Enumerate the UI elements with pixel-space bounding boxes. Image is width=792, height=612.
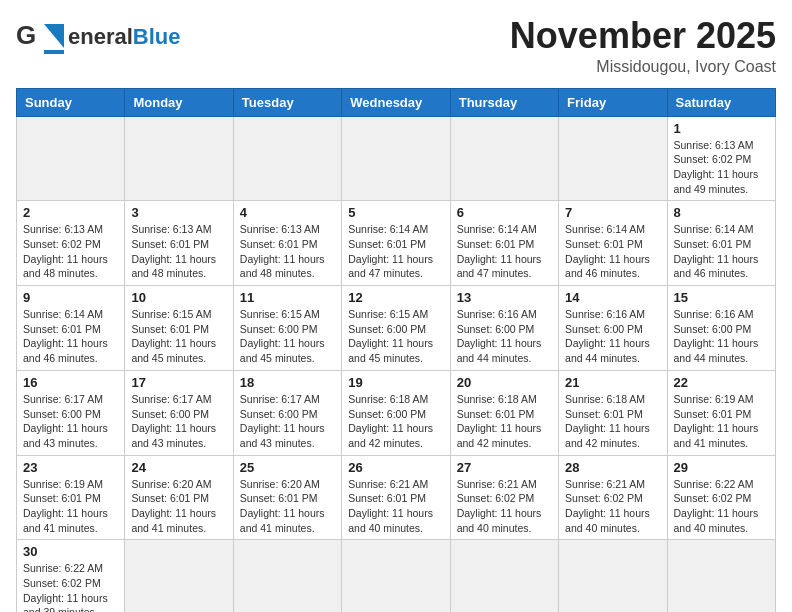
svg-text:G: G xyxy=(16,20,36,50)
calendar-cell: 20Sunrise: 6:18 AM Sunset: 6:01 PM Dayli… xyxy=(450,370,558,455)
day-info: Sunrise: 6:17 AM Sunset: 6:00 PM Dayligh… xyxy=(131,392,226,451)
day-number: 1 xyxy=(674,121,769,136)
day-info: Sunrise: 6:14 AM Sunset: 6:01 PM Dayligh… xyxy=(565,222,660,281)
calendar-cell xyxy=(450,116,558,201)
title-section: November 2025 Missidougou, Ivory Coast xyxy=(510,16,776,76)
calendar-cell: 28Sunrise: 6:21 AM Sunset: 6:02 PM Dayli… xyxy=(559,455,667,540)
day-number: 8 xyxy=(674,205,769,220)
calendar-cell: 26Sunrise: 6:21 AM Sunset: 6:01 PM Dayli… xyxy=(342,455,450,540)
calendar-cell: 16Sunrise: 6:17 AM Sunset: 6:00 PM Dayli… xyxy=(17,370,125,455)
day-number: 15 xyxy=(674,290,769,305)
day-info: Sunrise: 6:14 AM Sunset: 6:01 PM Dayligh… xyxy=(457,222,552,281)
calendar-header-row: SundayMondayTuesdayWednesdayThursdayFrid… xyxy=(17,88,776,116)
calendar-cell: 1Sunrise: 6:13 AM Sunset: 6:02 PM Daylig… xyxy=(667,116,775,201)
logo-icon: G xyxy=(16,16,64,58)
header: G eneralBlue November 2025 Missidougou, … xyxy=(16,16,776,76)
calendar-week-row: 9Sunrise: 6:14 AM Sunset: 6:01 PM Daylig… xyxy=(17,286,776,371)
calendar-cell: 22Sunrise: 6:19 AM Sunset: 6:01 PM Dayli… xyxy=(667,370,775,455)
calendar-week-row: 2Sunrise: 6:13 AM Sunset: 6:02 PM Daylig… xyxy=(17,201,776,286)
svg-marker-1 xyxy=(44,24,64,48)
calendar-cell: 29Sunrise: 6:22 AM Sunset: 6:02 PM Dayli… xyxy=(667,455,775,540)
day-number: 27 xyxy=(457,460,552,475)
day-info: Sunrise: 6:22 AM Sunset: 6:02 PM Dayligh… xyxy=(23,561,118,612)
day-info: Sunrise: 6:20 AM Sunset: 6:01 PM Dayligh… xyxy=(131,477,226,536)
day-info: Sunrise: 6:13 AM Sunset: 6:01 PM Dayligh… xyxy=(240,222,335,281)
calendar-cell xyxy=(125,540,233,612)
day-number: 14 xyxy=(565,290,660,305)
calendar-cell: 18Sunrise: 6:17 AM Sunset: 6:00 PM Dayli… xyxy=(233,370,341,455)
col-header-monday: Monday xyxy=(125,88,233,116)
day-info: Sunrise: 6:16 AM Sunset: 6:00 PM Dayligh… xyxy=(674,307,769,366)
day-info: Sunrise: 6:15 AM Sunset: 6:01 PM Dayligh… xyxy=(131,307,226,366)
day-info: Sunrise: 6:13 AM Sunset: 6:02 PM Dayligh… xyxy=(23,222,118,281)
month-title: November 2025 xyxy=(510,16,776,56)
calendar-cell xyxy=(559,116,667,201)
calendar-cell: 5Sunrise: 6:14 AM Sunset: 6:01 PM Daylig… xyxy=(342,201,450,286)
day-info: Sunrise: 6:14 AM Sunset: 6:01 PM Dayligh… xyxy=(348,222,443,281)
day-info: Sunrise: 6:16 AM Sunset: 6:00 PM Dayligh… xyxy=(457,307,552,366)
calendar-cell xyxy=(667,540,775,612)
calendar-cell: 7Sunrise: 6:14 AM Sunset: 6:01 PM Daylig… xyxy=(559,201,667,286)
col-header-friday: Friday xyxy=(559,88,667,116)
calendar-cell xyxy=(450,540,558,612)
day-info: Sunrise: 6:14 AM Sunset: 6:01 PM Dayligh… xyxy=(23,307,118,366)
col-header-sunday: Sunday xyxy=(17,88,125,116)
day-number: 29 xyxy=(674,460,769,475)
day-number: 16 xyxy=(23,375,118,390)
day-info: Sunrise: 6:16 AM Sunset: 6:00 PM Dayligh… xyxy=(565,307,660,366)
day-number: 4 xyxy=(240,205,335,220)
calendar-cell xyxy=(559,540,667,612)
day-number: 13 xyxy=(457,290,552,305)
calendar-cell: 15Sunrise: 6:16 AM Sunset: 6:00 PM Dayli… xyxy=(667,286,775,371)
day-number: 6 xyxy=(457,205,552,220)
logo: G eneralBlue xyxy=(16,16,181,58)
day-info: Sunrise: 6:15 AM Sunset: 6:00 PM Dayligh… xyxy=(348,307,443,366)
day-number: 18 xyxy=(240,375,335,390)
day-info: Sunrise: 6:17 AM Sunset: 6:00 PM Dayligh… xyxy=(23,392,118,451)
day-number: 22 xyxy=(674,375,769,390)
day-number: 2 xyxy=(23,205,118,220)
day-info: Sunrise: 6:22 AM Sunset: 6:02 PM Dayligh… xyxy=(674,477,769,536)
calendar-cell xyxy=(342,116,450,201)
col-header-thursday: Thursday xyxy=(450,88,558,116)
day-number: 19 xyxy=(348,375,443,390)
day-info: Sunrise: 6:20 AM Sunset: 6:01 PM Dayligh… xyxy=(240,477,335,536)
svg-rect-2 xyxy=(44,50,64,54)
calendar-cell: 9Sunrise: 6:14 AM Sunset: 6:01 PM Daylig… xyxy=(17,286,125,371)
day-number: 3 xyxy=(131,205,226,220)
calendar-cell: 12Sunrise: 6:15 AM Sunset: 6:00 PM Dayli… xyxy=(342,286,450,371)
day-number: 7 xyxy=(565,205,660,220)
day-number: 28 xyxy=(565,460,660,475)
calendar-cell: 19Sunrise: 6:18 AM Sunset: 6:00 PM Dayli… xyxy=(342,370,450,455)
col-header-saturday: Saturday xyxy=(667,88,775,116)
calendar-cell: 6Sunrise: 6:14 AM Sunset: 6:01 PM Daylig… xyxy=(450,201,558,286)
calendar-week-row: 1Sunrise: 6:13 AM Sunset: 6:02 PM Daylig… xyxy=(17,116,776,201)
day-number: 21 xyxy=(565,375,660,390)
calendar-week-row: 16Sunrise: 6:17 AM Sunset: 6:00 PM Dayli… xyxy=(17,370,776,455)
calendar-cell: 24Sunrise: 6:20 AM Sunset: 6:01 PM Dayli… xyxy=(125,455,233,540)
logo-text: eneralBlue xyxy=(68,26,181,48)
day-info: Sunrise: 6:21 AM Sunset: 6:02 PM Dayligh… xyxy=(565,477,660,536)
calendar-cell: 4Sunrise: 6:13 AM Sunset: 6:01 PM Daylig… xyxy=(233,201,341,286)
day-info: Sunrise: 6:19 AM Sunset: 6:01 PM Dayligh… xyxy=(674,392,769,451)
day-number: 9 xyxy=(23,290,118,305)
calendar-cell: 14Sunrise: 6:16 AM Sunset: 6:00 PM Dayli… xyxy=(559,286,667,371)
day-info: Sunrise: 6:21 AM Sunset: 6:01 PM Dayligh… xyxy=(348,477,443,536)
calendar-cell xyxy=(233,540,341,612)
day-number: 10 xyxy=(131,290,226,305)
calendar-cell: 13Sunrise: 6:16 AM Sunset: 6:00 PM Dayli… xyxy=(450,286,558,371)
day-info: Sunrise: 6:18 AM Sunset: 6:01 PM Dayligh… xyxy=(457,392,552,451)
day-number: 25 xyxy=(240,460,335,475)
day-number: 30 xyxy=(23,544,118,559)
calendar-cell: 10Sunrise: 6:15 AM Sunset: 6:01 PM Dayli… xyxy=(125,286,233,371)
day-info: Sunrise: 6:18 AM Sunset: 6:00 PM Dayligh… xyxy=(348,392,443,451)
col-header-tuesday: Tuesday xyxy=(233,88,341,116)
calendar-cell: 21Sunrise: 6:18 AM Sunset: 6:01 PM Dayli… xyxy=(559,370,667,455)
calendar-cell: 2Sunrise: 6:13 AM Sunset: 6:02 PM Daylig… xyxy=(17,201,125,286)
day-info: Sunrise: 6:18 AM Sunset: 6:01 PM Dayligh… xyxy=(565,392,660,451)
day-info: Sunrise: 6:13 AM Sunset: 6:02 PM Dayligh… xyxy=(674,138,769,197)
calendar-table: SundayMondayTuesdayWednesdayThursdayFrid… xyxy=(16,88,776,612)
day-number: 11 xyxy=(240,290,335,305)
calendar-cell: 17Sunrise: 6:17 AM Sunset: 6:00 PM Dayli… xyxy=(125,370,233,455)
day-info: Sunrise: 6:17 AM Sunset: 6:00 PM Dayligh… xyxy=(240,392,335,451)
